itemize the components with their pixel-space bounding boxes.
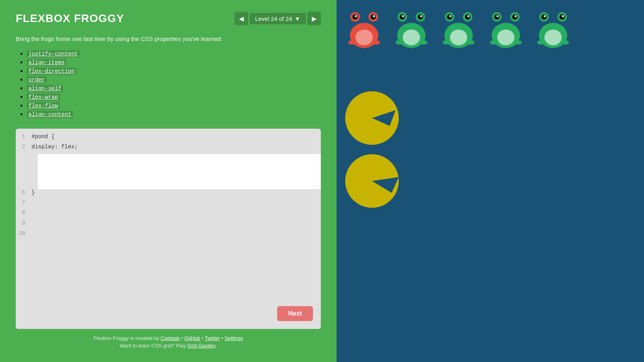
svg-rect-19 [420, 41, 427, 44]
lily-pad-2-svg [344, 153, 400, 209]
svg-point-7 [355, 30, 373, 45]
level-indicator[interactable]: Level 24 of 24 ▼ [250, 13, 306, 24]
left-panel: FLEXBOX FROGGY ◀ Level 24 of 24 ▼ ▶ Brin… [0, 0, 337, 362]
property-item: flex-wrap [27, 93, 321, 100]
code-line-6: 6 } [16, 189, 321, 199]
svg-point-37 [497, 30, 514, 45]
code-line-9: 9 [16, 220, 321, 230]
lily-pad-2 [344, 153, 400, 209]
level-text: Level 24 of 24 [255, 15, 292, 22]
lily-pad-1 [344, 90, 400, 146]
code-editor: 1 #pond { 2 display: flex; 6 } 7 8 [16, 129, 321, 329]
frog-green-1 [392, 8, 431, 51]
grid-garden-link[interactable]: Grid Garden [187, 343, 216, 349]
svg-point-12 [400, 14, 405, 20]
codepip-link[interactable]: Codepip [161, 335, 180, 341]
svg-point-3 [370, 14, 376, 20]
code-line-10: 10 [16, 230, 321, 240]
footer-text1: Flexbox Froggy is created by [94, 335, 161, 341]
property-item: flex-direction [27, 67, 321, 74]
right-panel [337, 0, 644, 362]
svg-rect-39 [514, 41, 522, 44]
line-num-1: 1 [16, 133, 31, 140]
dropdown-icon: ▼ [294, 15, 300, 22]
lily-pads [344, 90, 400, 209]
svg-point-15 [420, 15, 422, 17]
footer-period: . [216, 343, 217, 349]
svg-point-27 [450, 30, 467, 45]
svg-point-4 [355, 15, 357, 17]
frog-green-4 [533, 8, 573, 51]
svg-point-25 [468, 15, 470, 17]
property-list: justify-contentalign-itemsflex-direction… [16, 50, 321, 119]
property-item: flex-flow [27, 102, 321, 109]
level-nav: ◀ Level 24 of 24 ▼ ▶ [235, 12, 321, 25]
line-num-9: 9 [16, 220, 31, 226]
twitter-link[interactable]: Twitter [205, 335, 220, 341]
code-line-8: 8 [16, 210, 321, 220]
code-input[interactable] [38, 154, 321, 189]
line-num-2: 2 [16, 144, 31, 150]
svg-point-45 [562, 15, 564, 17]
frog-green-3-svg [488, 10, 524, 49]
code-lines: 1 #pond { 2 display: flex; [16, 133, 321, 154]
svg-point-24 [450, 15, 452, 17]
svg-point-22 [447, 14, 452, 20]
frog-green-4-svg [535, 10, 571, 49]
code-line-7: 7 [16, 199, 321, 210]
frog-red-svg [346, 10, 382, 49]
frog-green-2 [439, 8, 478, 51]
svg-rect-29 [467, 41, 474, 44]
line-num-6: 6 [16, 189, 31, 196]
property-item: order [27, 76, 321, 83]
header: FLEXBOX FROGGY ◀ Level 24 of 24 ▼ ▶ [16, 12, 321, 25]
line-code-1: #pond { [31, 133, 321, 140]
footer-text2: Want to learn CSS grid? Play [120, 343, 187, 349]
svg-rect-9 [373, 41, 380, 44]
property-item: justify-content [27, 50, 321, 57]
svg-point-2 [352, 14, 358, 20]
line-code-6: } [31, 189, 321, 196]
code-line-2: 2 display: flex; [16, 144, 321, 154]
svg-point-23 [465, 14, 470, 20]
svg-rect-48 [537, 41, 544, 44]
svg-point-34 [497, 15, 499, 17]
svg-point-44 [544, 15, 546, 17]
instruction-text: Bring the frogs home one last time by us… [16, 35, 321, 44]
property-item: align-content [27, 111, 321, 118]
svg-point-35 [515, 15, 517, 17]
footer2: Want to learn CSS grid? Play Grid Garden… [16, 343, 321, 350]
property-item: align-items [27, 59, 321, 66]
lily-pad-1-svg [344, 90, 400, 146]
frog-green-2-svg [441, 10, 476, 49]
code-lines-end: 6 } 7 8 9 10 [16, 189, 321, 240]
svg-point-14 [402, 15, 404, 17]
svg-point-42 [541, 14, 547, 20]
svg-rect-49 [562, 41, 569, 44]
settings-link[interactable]: Settings [224, 335, 243, 341]
svg-point-33 [512, 14, 518, 20]
line-num-10: 10 [16, 230, 31, 236]
svg-point-47 [544, 30, 562, 45]
footer: Flexbox Froggy is created by Codepip • G… [16, 329, 321, 343]
next-level-button[interactable]: ▶ [307, 12, 321, 25]
line-num-7: 7 [16, 199, 31, 206]
frog-green-3 [486, 8, 526, 51]
frogs-row [337, 0, 644, 51]
github-link[interactable]: GitHub [184, 335, 200, 341]
svg-point-13 [418, 14, 423, 20]
code-line-1: 1 #pond { [16, 133, 321, 144]
property-item: align-self [27, 85, 321, 92]
svg-point-32 [494, 14, 500, 20]
svg-point-5 [373, 15, 375, 17]
svg-rect-38 [490, 41, 497, 44]
prev-level-button[interactable]: ◀ [235, 12, 248, 25]
next-button[interactable]: Next [277, 306, 313, 321]
frog-green-1-svg [394, 10, 429, 49]
svg-point-43 [559, 14, 565, 20]
svg-rect-8 [348, 41, 355, 44]
svg-rect-18 [396, 41, 403, 44]
line-num-8: 8 [16, 210, 31, 216]
svg-rect-28 [443, 41, 450, 44]
line-code-2: display: flex; [31, 144, 321, 150]
